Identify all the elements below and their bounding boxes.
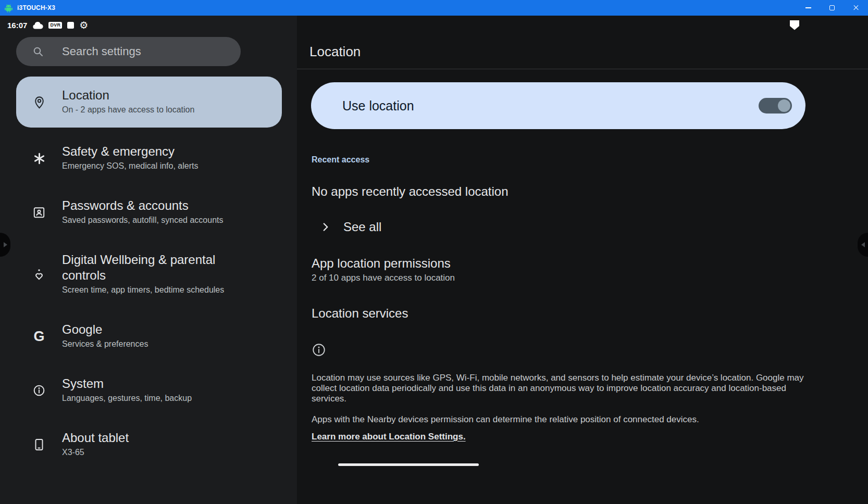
sidebar-item-subtitle: Screen time, app timers, bedtime schedul… — [62, 283, 239, 297]
maximize-icon — [829, 5, 835, 10]
sidebar-item-label: System — [62, 376, 192, 392]
location-sources-note: Location may use sources like GPS, Wi-Fi… — [312, 373, 804, 404]
sidebar-item-subtitle: Saved passwords, autofill, synced accoun… — [62, 213, 224, 227]
chevron-right-icon — [319, 220, 332, 234]
sidebar-item-label: Digital Wellbeing & parental controls — [62, 252, 239, 283]
use-location-toggle[interactable] — [759, 98, 792, 114]
system-info-circle-icon — [31, 384, 47, 397]
use-location-card[interactable]: Use location — [311, 82, 805, 129]
tablet-icon — [31, 438, 47, 451]
settings-nav: Location On - 2 apps have access to loca… — [0, 66, 297, 472]
android-screen: 16:07 DVR ⚙ — [0, 16, 868, 504]
sidebar-item-subtitle: Languages, gestures, time, backup — [62, 392, 192, 405]
cloud-icon — [32, 21, 43, 29]
status-bar: 16:07 DVR ⚙ — [0, 16, 297, 34]
gear-icon: ⚙ — [79, 20, 88, 30]
square-notification-icon — [67, 22, 74, 29]
sidebar-item-label: Google — [62, 322, 148, 337]
gesture-navigation-bar[interactable] — [338, 463, 479, 466]
recent-access-empty-text: No apps recently accessed location — [312, 183, 868, 200]
location-settings-body: Recent access No apps recently accessed … — [297, 129, 868, 442]
window-titlebar: i3TOUCH-X3 — [0, 0, 868, 16]
sidebar-item-subtitle: Emergency SOS, medical info, alerts — [62, 159, 198, 173]
sidebar-item-location[interactable]: Location On - 2 apps have access to loca… — [16, 77, 282, 128]
sidebar-item-system[interactable]: System Languages, gestures, time, backup — [0, 363, 297, 418]
use-location-label: Use location — [342, 98, 414, 114]
page-title: Location — [297, 34, 868, 69]
status-bar-right — [297, 16, 868, 34]
minimize-icon — [805, 7, 811, 8]
search-input[interactable] — [62, 45, 241, 58]
search-icon — [32, 45, 44, 58]
window-title: i3TOUCH-X3 — [17, 4, 55, 11]
sidebar-item-subtitle: X3-65 — [62, 446, 129, 459]
window-minimize-button[interactable] — [796, 0, 820, 16]
sidebar-item-digital-wellbeing[interactable]: Digital Wellbeing & parental controls Sc… — [0, 240, 297, 309]
google-icon: G — [31, 330, 47, 344]
sidebar-item-safety-emergency[interactable]: Safety & emergency Emergency SOS, medica… — [0, 131, 297, 185]
close-icon — [853, 5, 859, 11]
sidebar-item-label: Safety & emergency — [62, 144, 198, 159]
sidebar-item-subtitle: On - 2 apps have access to location — [62, 103, 194, 117]
android-logo-icon — [4, 4, 13, 12]
app-location-permissions-title: App location permissions — [312, 255, 455, 272]
location-services-heading: Location services — [312, 305, 868, 322]
search-bar[interactable] — [16, 37, 241, 66]
arrow-right-icon — [4, 242, 7, 247]
status-time: 16:07 — [7, 21, 27, 30]
app-window: i3TOUCH-X3 16:07 DVR ⚙ — [0, 0, 868, 504]
see-all-button[interactable]: See all — [319, 220, 381, 234]
sidebar-item-about-tablet[interactable]: About tablet X3-65 — [0, 418, 297, 472]
emergency-asterisk-icon — [31, 152, 47, 165]
sidebar-item-passwords-accounts[interactable]: Passwords & accounts Saved passwords, au… — [0, 185, 297, 240]
see-all-label: See all — [343, 220, 381, 234]
dvr-badge-icon: DVR — [48, 22, 62, 29]
nearby-devices-note: Apps with the Nearby devices permission … — [312, 414, 804, 425]
location-settings-panel: Location Use location Recent access No a… — [297, 16, 868, 504]
contact-badge-icon — [31, 206, 47, 219]
window-maximize-button[interactable] — [820, 0, 844, 16]
recent-access-section-label: Recent access — [312, 155, 868, 165]
window-controls — [796, 0, 868, 16]
arrow-left-icon — [861, 242, 865, 247]
sidebar-item-label: About tablet — [62, 430, 129, 446]
learn-more-link[interactable]: Learn more about Location Settings. — [312, 432, 466, 442]
wellbeing-heart-icon — [31, 268, 47, 281]
app-location-permissions-subtitle: 2 of 10 apps have access to location — [312, 272, 455, 284]
sidebar-item-label: Location — [62, 87, 194, 103]
tag-overlay-icon[interactable] — [790, 20, 799, 30]
sidebar-item-label: Passwords & accounts — [62, 198, 224, 213]
sidebar-item-google[interactable]: G Google Services & preferences — [0, 309, 297, 363]
toggle-thumb — [778, 99, 790, 112]
settings-sidebar: 16:07 DVR ⚙ — [0, 16, 297, 504]
info-icon — [312, 343, 326, 357]
app-location-permissions-item[interactable]: App location permissions 2 of 10 apps ha… — [312, 255, 455, 284]
location-pin-icon — [31, 95, 47, 109]
window-close-button[interactable] — [844, 0, 868, 16]
sidebar-item-subtitle: Services & preferences — [62, 337, 148, 351]
